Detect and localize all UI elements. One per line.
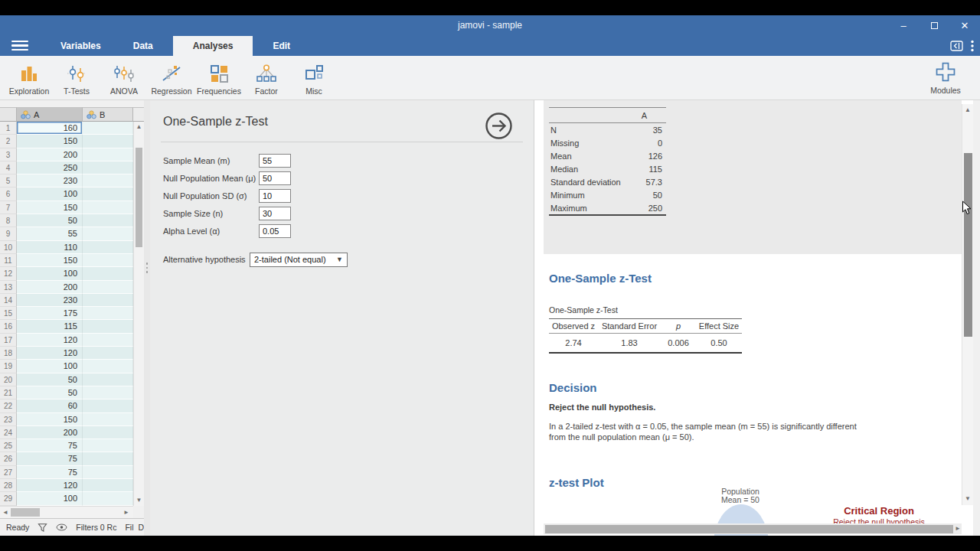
eye-icon[interactable] (56, 523, 67, 531)
cell-a[interactable]: 230 (17, 174, 83, 187)
cell-b[interactable] (83, 492, 133, 505)
cell-b[interactable] (83, 320, 133, 333)
filter-funnel-icon[interactable] (38, 523, 47, 533)
hamburger-menu-icon[interactable] (11, 41, 28, 51)
row-number[interactable]: 18 (0, 347, 17, 360)
row-number[interactable]: 6 (0, 187, 17, 201)
cell-b[interactable] (83, 452, 133, 465)
sheet-horizontal-scrollbar[interactable]: ◄ ► (0, 506, 133, 518)
row-number[interactable]: 20 (0, 373, 17, 386)
ribbon-regression[interactable]: Regression (149, 56, 194, 99)
tab-variables[interactable]: Variables (48, 36, 113, 56)
row-number[interactable]: 9 (0, 227, 17, 240)
cell-a[interactable]: 100 (17, 187, 83, 201)
hide-options-button[interactable] (485, 112, 513, 140)
cell-b[interactable] (83, 281, 133, 294)
cell-b[interactable] (83, 148, 133, 161)
cell-a[interactable]: 150 (17, 413, 83, 426)
ribbon-t-tests[interactable]: T-Tests (54, 56, 100, 99)
ribbon-frequencies[interactable]: Frequencies (196, 56, 242, 99)
descriptives-section[interactable]: A N35Missing0Mean126Median115Standard de… (544, 100, 962, 254)
cell-a[interactable]: 175 (17, 307, 83, 320)
collapse-results-icon[interactable] (950, 41, 963, 51)
results-vscroll-thumb[interactable] (964, 153, 972, 337)
cell-a[interactable]: 200 (17, 148, 83, 161)
tab-data[interactable]: Data (121, 36, 165, 56)
cell-b[interactable] (83, 413, 133, 426)
modules-button[interactable]: Modules (922, 57, 969, 95)
minimize-button[interactable]: – (888, 15, 919, 36)
scroll-up-icon[interactable]: ▲ (134, 122, 144, 132)
results-hscroll-thumb[interactable] (545, 525, 953, 533)
row-number[interactable]: 28 (0, 479, 17, 492)
row-number[interactable]: 7 (0, 201, 17, 214)
close-button[interactable]: ✕ (949, 15, 980, 36)
cell-a[interactable]: 150 (17, 135, 83, 148)
cell-b[interactable] (83, 174, 133, 187)
cell-b[interactable] (83, 399, 133, 412)
cell-a[interactable]: 230 (17, 294, 83, 307)
scroll-right-icon[interactable]: ► (123, 507, 129, 518)
row-number[interactable]: 24 (0, 426, 17, 439)
row-number[interactable]: 14 (0, 294, 17, 307)
cell-b[interactable] (83, 373, 133, 386)
cell-b[interactable] (83, 122, 133, 135)
row-number[interactable]: 19 (0, 360, 17, 373)
sheet-hscroll-thumb[interactable] (11, 508, 40, 517)
cell-b[interactable] (83, 267, 133, 280)
alternative-hypothesis-select[interactable]: 2-tailed (Not equal) ▼ (250, 253, 348, 267)
alpha-level-input[interactable] (259, 224, 291, 238)
ztest-results-section[interactable]: One-Sample z-Test One-Sample z-Test Obse… (544, 254, 980, 489)
sheet-vertical-scrollbar[interactable]: ▲ ▼ (133, 122, 144, 506)
cell-a[interactable]: 100 (17, 360, 83, 373)
cell-a[interactable]: 200 (17, 426, 83, 439)
scroll-down-icon[interactable]: ▼ (134, 496, 144, 505)
row-number[interactable]: 25 (0, 439, 17, 452)
cell-a[interactable]: 50 (17, 373, 83, 386)
cell-a[interactable]: 50 (17, 386, 83, 399)
cell-b[interactable] (83, 347, 133, 360)
cell-b[interactable] (83, 187, 133, 201)
panel-splitter[interactable] (144, 100, 150, 536)
row-number[interactable]: 27 (0, 466, 17, 479)
sheet-vscroll-thumb[interactable] (136, 148, 142, 247)
maximize-button[interactable] (919, 15, 949, 36)
column-header-b[interactable]: B (83, 107, 133, 122)
cell-a[interactable]: 50 (17, 214, 83, 227)
row-number[interactable]: 8 (0, 214, 17, 227)
cell-a[interactable]: 75 (17, 466, 83, 479)
row-number[interactable]: 23 (0, 413, 17, 426)
cell-b[interactable] (83, 386, 133, 399)
cell-a[interactable]: 120 (17, 334, 83, 347)
cell-a[interactable]: 120 (17, 347, 83, 360)
results-vertical-scrollbar[interactable]: ▲ ▼ (962, 104, 973, 505)
cell-b[interactable] (83, 307, 133, 320)
row-number[interactable]: 13 (0, 281, 17, 294)
null-population-mean-input[interactable] (259, 171, 291, 185)
cell-b[interactable] (83, 254, 133, 267)
cell-b[interactable] (83, 241, 133, 254)
row-number[interactable]: 1 (0, 122, 17, 135)
cell-b[interactable] (83, 426, 133, 439)
scroll-down-icon[interactable]: ▼ (962, 494, 973, 504)
ribbon-misc[interactable]: Misc (291, 56, 337, 99)
row-number[interactable]: 22 (0, 399, 17, 412)
null-population-sd-input[interactable] (259, 189, 291, 203)
cell-a[interactable]: 120 (17, 479, 83, 492)
results-horizontal-scrollbar[interactable]: ► (544, 523, 962, 534)
column-header-a[interactable]: A (17, 107, 83, 122)
row-number[interactable]: 10 (0, 241, 17, 254)
row-number[interactable]: 21 (0, 386, 17, 399)
sample-mean-input[interactable] (259, 154, 291, 168)
cell-b[interactable] (83, 227, 133, 240)
scroll-left-icon[interactable]: ◄ (2, 507, 8, 518)
row-number[interactable]: 17 (0, 334, 17, 347)
cell-b[interactable] (83, 294, 133, 307)
selected-cell[interactable]: 160 (17, 122, 83, 135)
row-number[interactable]: 15 (0, 307, 17, 320)
row-number[interactable]: 29 (0, 492, 17, 505)
row-number[interactable]: 16 (0, 320, 17, 333)
tab-edit[interactable]: Edit (260, 36, 302, 56)
tab-analyses[interactable]: Analyses (173, 36, 253, 56)
scroll-right-icon[interactable]: ► (955, 523, 961, 534)
